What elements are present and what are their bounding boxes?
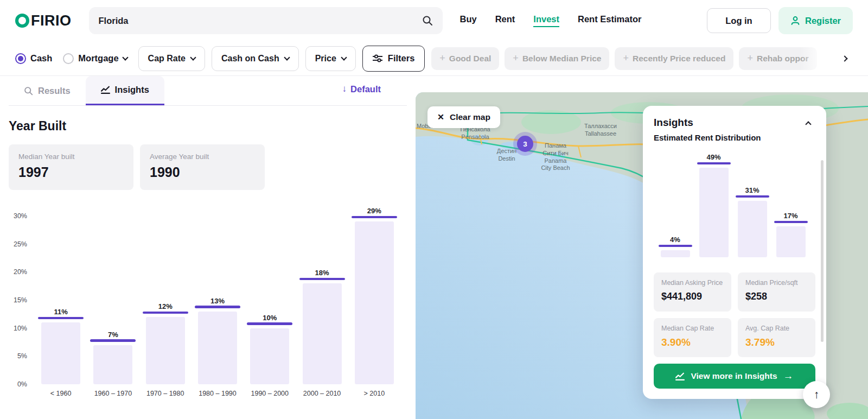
insights-panel: Results Insights ↓ Default Year Built Me… [0,76,416,419]
radio-selected-icon [15,53,26,64]
tab-insights[interactable]: Insights [86,76,164,105]
chip-label: Recently Price reduced [633,54,725,64]
collapse-button[interactable] [801,116,815,130]
header-actions: Log in Register [707,7,853,34]
rent-distribution-chart: 4%49%31%17% [654,143,815,267]
filters-toolbar: Cash Mortgage Cap Rate Cash on Cash Pric… [0,41,868,76]
logo-text: FIRIO [31,12,72,29]
tab-results[interactable]: Results [9,76,86,105]
register-button[interactable]: Register [778,7,853,34]
map-label-panama-city-beach: Панама Сити Бич Panama City Beach [535,142,576,172]
payment-mortgage-radio[interactable]: Mortgage [63,53,127,64]
median-price-sqft-card: Median Price/sqft $258 [738,272,815,312]
average-year-card: Average Year built 1990 [140,144,265,190]
nav-invest[interactable]: Invest [533,14,559,27]
login-button[interactable]: Log in [707,8,771,33]
x-tick: 2000 – 2010 [296,390,348,397]
view-more-insights-button[interactable]: View more in Insights → [654,364,815,389]
tab-results-label: Results [38,86,71,96]
search-icon[interactable] [422,15,433,26]
chip-below-median-price[interactable]: + Below Median Price [505,47,609,70]
bar-0: 11% [35,216,87,384]
radio-icon [63,53,74,64]
bar-4: 10% [244,216,296,384]
plus-icon: + [439,53,445,64]
map-label-pensacola: Пенсакола Pensacola [454,126,497,141]
stat-value: 1997 [18,164,124,180]
search-input[interactable] [99,16,422,26]
bar-6: 29% [348,216,400,384]
x-tick: 1990 – 2000 [244,390,296,397]
median-year-card: Median Year built 1997 [9,144,133,190]
y-tick: 30% [14,212,27,220]
bar-1: 7% [87,216,139,384]
stat-label: Median Price/sqft [745,279,808,287]
nav-rent-estimator[interactable]: Rent Estimator [578,14,641,27]
insights-stats: Median Asking Price $441,809 Median Pric… [654,272,815,357]
chart-x-axis: < 19601960 – 19701970 – 19801980 – 19901… [35,390,400,397]
plus-icon: + [513,53,519,64]
chip-recently-price-reduced[interactable]: + Recently Price reduced [615,47,733,70]
bar-2: 31% [733,168,771,257]
year-built-chart: 0%5%10%15%20%25%30% 11%7%12%13%10%18%29%… [9,216,407,411]
user-icon [790,16,800,26]
chart-plot: 4%49%31%17% [656,168,810,257]
stat-label: Average Year built [150,153,255,161]
bar-3: 13% [192,216,244,384]
map-label-tallahassee: Таллахасси Tallahassee [575,123,626,138]
map-label-destin: Дестин Destin [489,148,524,163]
arrow-right-icon: → [783,370,794,382]
chip-label: Good Deal [449,54,492,64]
page-title: Year Built [9,119,407,134]
register-label: Register [805,16,841,26]
chip-rehab-opportunity[interactable]: + Rehab oppor [739,47,816,70]
location-search[interactable] [89,7,443,34]
insights-title: Insights [654,117,693,129]
mortgage-label: Mortgage [78,53,118,64]
stat-value: 3.79% [745,337,808,348]
sort-default-button[interactable]: ↓ Default [342,84,381,94]
price-dropdown[interactable]: Price [305,46,356,71]
ofirio-app: FIRIO Buy Rent Invest Rent Estimator Log… [0,0,868,419]
bar-3: 17% [771,168,810,257]
chip-good-deal[interactable]: + Good Deal [431,47,499,70]
payment-cash-radio[interactable]: Cash [15,53,52,64]
ofirio-logo[interactable]: FIRIO [15,12,72,29]
scroll-to-top-button[interactable]: ↑ [803,381,830,408]
chevron-right-icon[interactable] [837,50,853,67]
stat-value: $258 [745,291,808,302]
insights-card: Insights Estimated Rent Distribution 4%4… [643,106,826,399]
chevron-up-icon [805,121,811,127]
plus-icon: + [623,53,629,64]
cta-label: View more in Insights [691,371,777,381]
cap-rate-dropdown[interactable]: Cap Rate [138,46,205,71]
x-tick: > 2010 [348,390,400,397]
x-tick: 1970 – 1980 [139,390,192,397]
tab-insights-label: Insights [115,85,149,95]
y-tick: 15% [14,296,27,304]
median-asking-price-card: Median Asking Price $441,809 [654,272,731,312]
chart-y-axis: 0%5%10%15%20%25%30% [9,216,30,384]
nav-buy[interactable]: Buy [460,14,477,27]
scrollbar[interactable] [821,160,824,342]
stat-label: Median Year built [18,153,124,161]
median-cap-rate-card: Median Cap Rate 3.90% [654,318,731,357]
bar-5: 18% [296,216,348,384]
y-tick: 0% [17,380,27,388]
chevron-down-icon [122,54,128,60]
filters-button[interactable]: Filters [362,46,425,72]
clear-map-button[interactable]: ✕ Clear map [427,106,500,128]
map-cluster-marker[interactable]: 3 [517,136,533,152]
chevron-down-icon [341,54,347,60]
chip-label: Rehab oppor [757,54,809,64]
arrow-down-icon: ↓ [342,84,347,94]
cap-rate-label: Cap Rate [148,54,186,64]
arrow-up-icon: ↑ [814,388,820,401]
cash-on-cash-dropdown[interactable]: Cash on Cash [212,46,299,71]
quick-filter-chips: + Good Deal + Below Median Price + Recen… [431,47,830,70]
cash-on-cash-label: Cash on Cash [221,54,279,64]
nav-rent[interactable]: Rent [495,14,515,27]
logo-o-icon [15,14,29,28]
close-icon: ✕ [437,112,444,122]
sort-label: Default [350,84,381,94]
